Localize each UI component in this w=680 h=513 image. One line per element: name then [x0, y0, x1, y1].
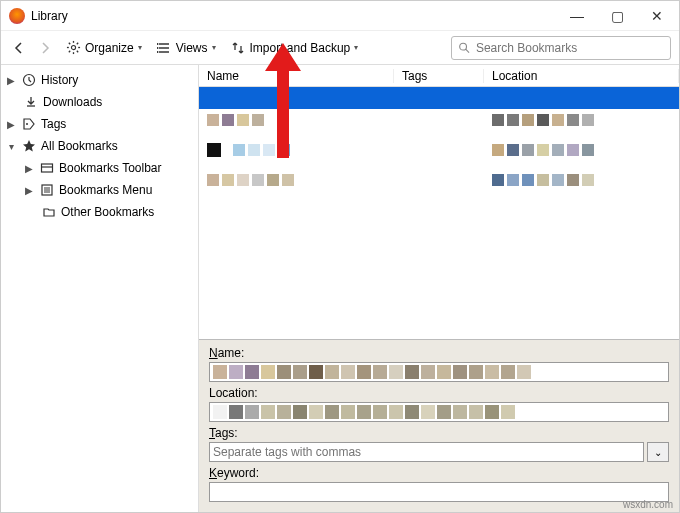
sidebar-item-label: Tags	[41, 117, 66, 131]
detail-location-field: Location:	[209, 386, 669, 422]
column-location[interactable]: Location	[484, 69, 679, 83]
gear-icon	[65, 40, 81, 56]
detail-location-input[interactable]	[209, 402, 669, 422]
toolbar: Organize ▾ Views ▾ Import and Backup ▾	[1, 31, 679, 65]
column-name[interactable]: Name	[199, 69, 394, 83]
table-row[interactable]	[199, 139, 679, 161]
search-box[interactable]	[451, 36, 671, 60]
detail-name-label: Name:	[209, 346, 669, 360]
detail-tags-input[interactable]	[209, 442, 644, 462]
chevron-down-icon: ⌄	[654, 447, 662, 458]
table-row[interactable]	[199, 87, 679, 109]
bookmark-list	[199, 87, 679, 191]
tags-dropdown-button[interactable]: ⌄	[647, 442, 669, 462]
expand-icon[interactable]: ▶	[5, 75, 17, 86]
svg-rect-20	[42, 164, 53, 172]
chevron-down-icon: ▾	[212, 43, 216, 52]
tag-icon	[21, 116, 37, 132]
detail-keyword-input[interactable]	[209, 482, 669, 502]
sidebar-item-other-bookmarks[interactable]: Other Bookmarks	[1, 201, 198, 223]
import-export-icon	[230, 40, 246, 56]
detail-name-field: Name:	[209, 346, 669, 382]
expand-icon[interactable]: ▶	[23, 163, 35, 174]
sidebar-item-bookmarks-toolbar[interactable]: ▶ Bookmarks Toolbar	[1, 157, 198, 179]
svg-point-14	[157, 51, 159, 53]
download-icon	[23, 94, 39, 110]
toolbar-icon	[39, 160, 55, 176]
svg-line-8	[76, 43, 77, 44]
app-icon	[9, 8, 25, 24]
views-label: Views	[176, 41, 208, 55]
maximize-button[interactable]: ▢	[597, 2, 637, 30]
watermark: wsxdn.com	[623, 499, 673, 510]
column-headers: Name Tags Location	[199, 65, 679, 87]
sidebar-item-label: Other Bookmarks	[61, 205, 154, 219]
star-icon	[21, 138, 37, 154]
import-backup-menu[interactable]: Import and Backup ▾	[226, 38, 363, 58]
chevron-down-icon: ▾	[138, 43, 142, 52]
forward-button[interactable]	[35, 38, 55, 58]
svg-point-12	[157, 43, 159, 45]
menu-icon	[39, 182, 55, 198]
back-button[interactable]	[9, 38, 29, 58]
collapse-icon[interactable]: ▾	[5, 141, 17, 152]
forward-icon	[38, 41, 52, 55]
sidebar-item-downloads[interactable]: Downloads	[1, 91, 198, 113]
expand-icon[interactable]: ▶	[23, 185, 35, 196]
detail-location-label: Location:	[209, 386, 669, 400]
import-label: Import and Backup	[250, 41, 351, 55]
views-menu[interactable]: Views ▾	[152, 38, 220, 58]
search-input[interactable]	[476, 41, 664, 55]
sidebar-item-label: All Bookmarks	[41, 139, 118, 153]
sidebar: ▶ History Downloads ▶ Tags ▾ All Bookmar…	[1, 65, 199, 512]
sidebar-item-bookmarks-menu[interactable]: ▶ Bookmarks Menu	[1, 179, 198, 201]
titlebar: Library — ▢ ✕	[1, 1, 679, 31]
svg-point-15	[460, 43, 467, 50]
history-icon	[21, 72, 37, 88]
expand-icon[interactable]: ▶	[5, 119, 17, 130]
detail-keyword-label: Keyword:	[209, 466, 669, 480]
list-icon	[156, 40, 172, 56]
folder-icon	[41, 204, 57, 220]
table-row[interactable]	[199, 109, 679, 131]
chevron-down-icon: ▾	[354, 43, 358, 52]
detail-name-input[interactable]	[209, 362, 669, 382]
back-icon	[12, 41, 26, 55]
detail-tags-label: Tags:	[209, 426, 669, 440]
sidebar-item-history[interactable]: ▶ History	[1, 69, 198, 91]
sidebar-item-label: Bookmarks Toolbar	[59, 161, 162, 175]
search-icon	[458, 41, 470, 54]
organize-label: Organize	[85, 41, 134, 55]
table-row[interactable]	[199, 169, 679, 191]
svg-point-19	[26, 123, 28, 125]
window-title: Library	[31, 9, 557, 23]
close-button[interactable]: ✕	[637, 2, 677, 30]
minimize-button[interactable]: —	[557, 2, 597, 30]
sidebar-item-all-bookmarks[interactable]: ▾ All Bookmarks	[1, 135, 198, 157]
svg-line-6	[76, 51, 77, 52]
main: ▶ History Downloads ▶ Tags ▾ All Bookmar…	[1, 65, 679, 512]
sidebar-item-label: Downloads	[43, 95, 102, 109]
detail-tags-field: Tags: ⌄	[209, 426, 669, 462]
column-tags[interactable]: Tags	[394, 69, 484, 83]
svg-line-16	[466, 49, 469, 52]
detail-pane: Name: Location: Tags: ⌄ Keyword:	[199, 339, 679, 512]
svg-line-5	[68, 43, 69, 44]
svg-point-0	[71, 45, 75, 49]
organize-menu[interactable]: Organize ▾	[61, 38, 146, 58]
svg-point-13	[157, 47, 159, 49]
svg-line-7	[68, 51, 69, 52]
sidebar-item-label: Bookmarks Menu	[59, 183, 152, 197]
sidebar-item-tags[interactable]: ▶ Tags	[1, 113, 198, 135]
sidebar-item-label: History	[41, 73, 78, 87]
detail-keyword-field: Keyword:	[209, 466, 669, 502]
content: Name Tags Location Name: Location: Tag	[199, 65, 679, 512]
